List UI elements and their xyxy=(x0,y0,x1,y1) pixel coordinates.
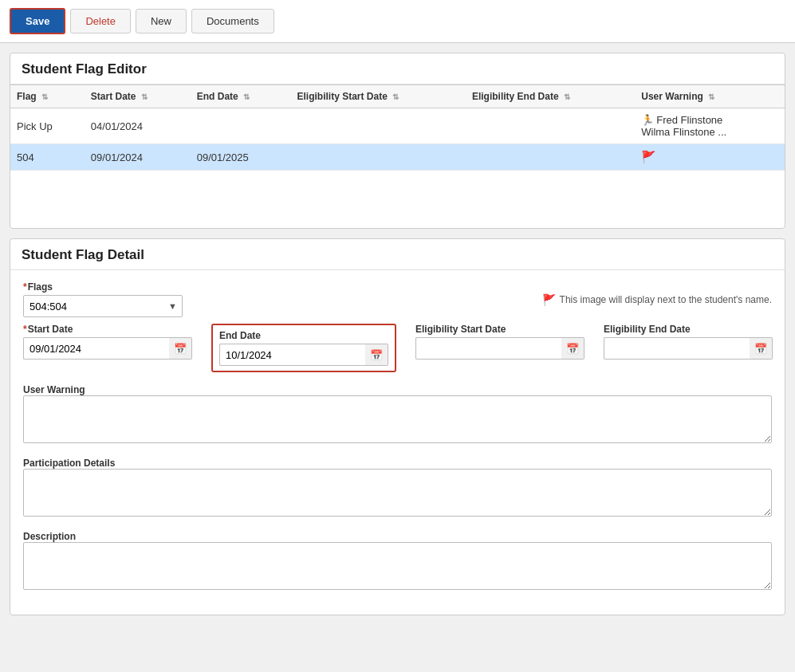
flags-top-row: Flags 504:504 ▼ 🚩 This image will displa… xyxy=(23,281,772,317)
flags-select[interactable]: 504:504 xyxy=(23,295,183,317)
table-row[interactable]: Pick Up04/01/2024🏃Fred FlinstoneWilma Fl… xyxy=(10,108,785,144)
dates-row: Start Date 📅 End Date 📅 Eligibil xyxy=(23,324,772,372)
col-header-start-date[interactable]: Start Date ⇅ xyxy=(85,85,191,108)
student-flag-detail-panel: Student Flag Detail Flags 504:504 ▼ 🚩 Th… xyxy=(10,238,785,615)
flags-label: Flags xyxy=(23,281,183,293)
flag-note-text: This image will display next to the stud… xyxy=(560,294,772,305)
editor-panel-title: Student Flag Editor xyxy=(10,53,785,84)
detail-panel-title: Student Flag Detail xyxy=(10,239,785,270)
cell-eligibility-end xyxy=(466,108,635,144)
cell-flag: 504 xyxy=(10,144,85,171)
flag-note-icon: 🚩 xyxy=(542,293,556,306)
col-header-eligibility-end[interactable]: Eligibility End Date ⇅ xyxy=(466,85,635,108)
start-date-input-wrapper: 📅 xyxy=(23,337,192,360)
eligibility-start-input[interactable] xyxy=(415,337,561,360)
cell-eligibility-start xyxy=(290,144,465,171)
start-date-label: Start Date xyxy=(23,324,192,335)
save-button[interactable]: Save xyxy=(10,8,65,34)
eligibility-start-calendar-button[interactable]: 📅 xyxy=(561,337,584,360)
col-header-end-date[interactable]: End Date ⇅ xyxy=(191,85,291,108)
cell-eligibility-start xyxy=(290,108,465,144)
start-date-group: Start Date 📅 xyxy=(23,324,192,360)
toolbar: Save Delete New Documents xyxy=(0,0,795,43)
flag-table: Flag ⇅ Start Date ⇅ End Date ⇅ Eligibili… xyxy=(10,84,785,171)
person-icon: 🏃 xyxy=(641,114,654,126)
user-warning-label: User Warning xyxy=(23,384,85,395)
eligibility-start-group: Eligibility Start Date 📅 xyxy=(415,324,584,360)
end-date-group: End Date 📅 xyxy=(211,324,396,372)
start-date-calendar-button[interactable]: 📅 xyxy=(169,337,192,360)
eligibility-start-input-wrapper: 📅 xyxy=(415,337,584,360)
participation-group: Participation Details xyxy=(23,457,772,519)
eligibility-end-label: Eligibility End Date xyxy=(604,324,773,335)
cell-end-date xyxy=(191,108,291,144)
end-date-input-wrapper: 📅 xyxy=(219,344,388,366)
cell-end-date: 09/01/2025 xyxy=(191,144,291,171)
sort-icon-eligibility-start: ⇅ xyxy=(392,92,399,101)
end-date-calendar-button[interactable]: 📅 xyxy=(365,344,388,366)
cell-user-warning: 🏃Fred FlinstoneWilma Flinstone ... xyxy=(635,108,785,144)
new-button[interactable]: New xyxy=(136,9,187,33)
flag-note: 🚩 This image will display next to the st… xyxy=(542,293,772,306)
sort-icon-start-date: ⇅ xyxy=(141,92,148,101)
student-flag-editor-panel: Student Flag Editor Flag ⇅ Start Date ⇅ … xyxy=(10,53,785,229)
sort-icon-eligibility-end: ⇅ xyxy=(564,92,570,101)
flags-select-group: Flags 504:504 ▼ xyxy=(23,281,183,317)
flags-select-container: 504:504 ▼ xyxy=(23,295,183,317)
description-label: Description xyxy=(23,531,76,542)
user-warning-group: User Warning xyxy=(23,383,772,446)
end-date-label: End Date xyxy=(219,330,388,341)
cell-eligibility-end xyxy=(466,144,635,171)
table-header-row: Flag ⇅ Start Date ⇅ End Date ⇅ Eligibili… xyxy=(10,85,785,108)
eligibility-end-input-wrapper: 📅 xyxy=(604,337,773,360)
eligibility-end-calendar-button[interactable]: 📅 xyxy=(750,337,773,360)
flag-table-container: Flag ⇅ Start Date ⇅ End Date ⇅ Eligibili… xyxy=(10,84,785,228)
flag-icon: 🚩 xyxy=(641,150,656,163)
table-row[interactable]: 50409/01/202409/01/2025🚩 xyxy=(10,144,785,171)
description-textarea[interactable] xyxy=(23,542,772,590)
user-warning-textarea[interactable] xyxy=(23,395,772,443)
participation-label: Participation Details xyxy=(23,458,115,469)
start-date-input[interactable] xyxy=(23,337,169,360)
end-date-input[interactable] xyxy=(219,344,365,366)
participation-textarea[interactable] xyxy=(23,469,772,517)
cell-user-warning: 🚩 xyxy=(635,144,785,171)
description-group: Description xyxy=(23,530,772,592)
col-header-eligibility-start[interactable]: Eligibility Start Date ⇅ xyxy=(290,85,465,108)
end-date-group-wrapper: End Date 📅 xyxy=(211,324,396,372)
documents-button[interactable]: Documents xyxy=(191,9,274,33)
delete-button[interactable]: Delete xyxy=(70,9,131,33)
cell-start-date: 04/01/2024 xyxy=(85,108,191,144)
cell-flag: Pick Up xyxy=(10,108,85,144)
sort-icon-end-date: ⇅ xyxy=(243,92,250,101)
detail-body: Flags 504:504 ▼ 🚩 This image will displa… xyxy=(10,270,785,615)
cell-start-date: 09/01/2024 xyxy=(85,144,191,171)
eligibility-end-input[interactable] xyxy=(604,337,750,360)
eligibility-start-label: Eligibility Start Date xyxy=(415,324,584,335)
eligibility-end-group: Eligibility End Date 📅 xyxy=(604,324,773,360)
col-header-flag[interactable]: Flag ⇅ xyxy=(10,85,85,108)
sort-icon-flag: ⇅ xyxy=(41,92,48,101)
col-header-user-warning[interactable]: User Warning ⇅ xyxy=(635,85,785,108)
sort-icon-user-warning: ⇅ xyxy=(708,92,714,101)
